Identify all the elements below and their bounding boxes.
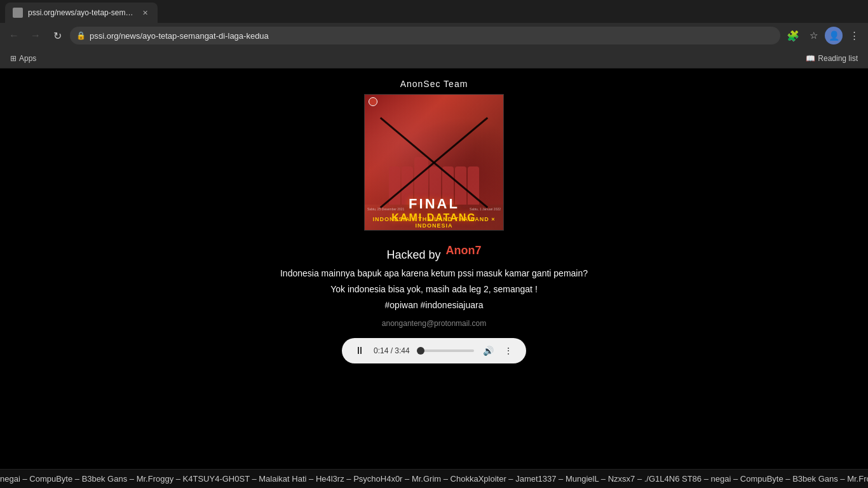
tab-title: pssi.org/news/ayo-tetap-semangat-di-laga… — [28, 8, 135, 17]
address-bar-wrapper: 🔒 — [70, 27, 780, 44]
profile-button[interactable]: 👤 — [825, 27, 843, 44]
reading-list-label: Reading list — [818, 54, 858, 63]
poster-subtext: INDONESIA × THAILAND THAILAND × INDONESI… — [365, 216, 503, 229]
nav-right-buttons: 🧩 ☆ 👤 ⋮ — [784, 27, 863, 44]
time-display: 0:14 / 3:44 — [374, 346, 410, 355]
bookmark-star-button[interactable]: ☆ — [804, 27, 822, 44]
poster-final-text: FINAL — [365, 196, 503, 212]
user-avatar: 👤 — [825, 27, 843, 44]
back-button[interactable]: ← — [5, 27, 23, 44]
message-line1: Indonesia mainnya bapuk apa karena ketum… — [280, 266, 588, 281]
ticker-content: negai – CompuByte – B3bek Gans – Mr.Frog… — [0, 474, 868, 484]
page-content: AnonSec Team Sabtu, 25 Desember 2021 Sab… — [0, 69, 868, 488]
active-tab[interactable]: pssi.org/news/ayo-tetap-semangat-di-laga… — [5, 3, 158, 23]
reading-list-button[interactable]: 📖 Reading list — [801, 51, 863, 65]
hashtags: #opiwan #indonesiajuara — [385, 300, 484, 310]
poster-background: Sabtu, 25 Desember 2021 Sabtu, 1 Januari… — [364, 94, 504, 231]
progress-bar[interactable] — [417, 349, 474, 352]
hacked-by-author: Anon7 — [446, 244, 482, 257]
nav-bar: ← → ↻ 🔒 🧩 ☆ 👤 ⋮ — [0, 23, 868, 48]
tab-favicon — [13, 8, 23, 18]
apps-label: Apps — [19, 54, 36, 63]
team-name: AnonSec Team — [400, 79, 468, 89]
address-bar[interactable] — [90, 31, 774, 41]
forward-button[interactable]: → — [27, 27, 44, 44]
hacked-by-prefix: Hacked by — [386, 248, 440, 262]
extensions-button[interactable]: 🧩 — [784, 27, 802, 44]
apps-grid-icon: ⊞ — [10, 54, 17, 63]
progress-thumb — [417, 347, 424, 355]
audio-player: ⏸ 0:14 / 3:44 🔊 ⋮ — [342, 338, 526, 363]
tab-close-button[interactable]: ✕ — [140, 8, 150, 18]
menu-button[interactable]: ⋮ — [845, 27, 863, 44]
hacked-by-line: Hacked by Anon7 — [386, 240, 481, 262]
apps-button[interactable]: ⊞ Apps — [5, 51, 41, 65]
hacked-message: Indonesia mainnya bapuk apa karena ketum… — [280, 266, 588, 297]
play-pause-button[interactable]: ⏸ — [353, 344, 366, 357]
browser-chrome: pssi.org/news/ayo-tetap-semangat-di-laga… — [0, 0, 868, 69]
hacked-poster-image: Sabtu, 25 Desember 2021 Sabtu, 1 Januari… — [364, 94, 504, 231]
reading-list-icon: 📖 — [806, 54, 815, 63]
contact-email: anonganteng@protonmail.com — [382, 319, 486, 328]
bookmarks-bar: ⊞ Apps 📖 Reading list — [0, 48, 868, 69]
more-options-button[interactable]: ⋮ — [502, 344, 515, 357]
poster-players — [365, 141, 503, 205]
poster-top — [369, 97, 377, 106]
volume-button[interactable]: 🔊 — [482, 344, 494, 357]
tab-bar: pssi.org/news/ayo-tetap-semangat-di-laga… — [0, 0, 868, 23]
message-line2: Yok indonesia bisa yok, masih ada leg 2,… — [280, 281, 588, 297]
ticker-bar: negai – CompuByte – B3bek Gans – Mr.Frog… — [0, 469, 868, 488]
lock-icon: 🔒 — [76, 31, 86, 40]
reload-button[interactable]: ↻ — [48, 27, 66, 44]
